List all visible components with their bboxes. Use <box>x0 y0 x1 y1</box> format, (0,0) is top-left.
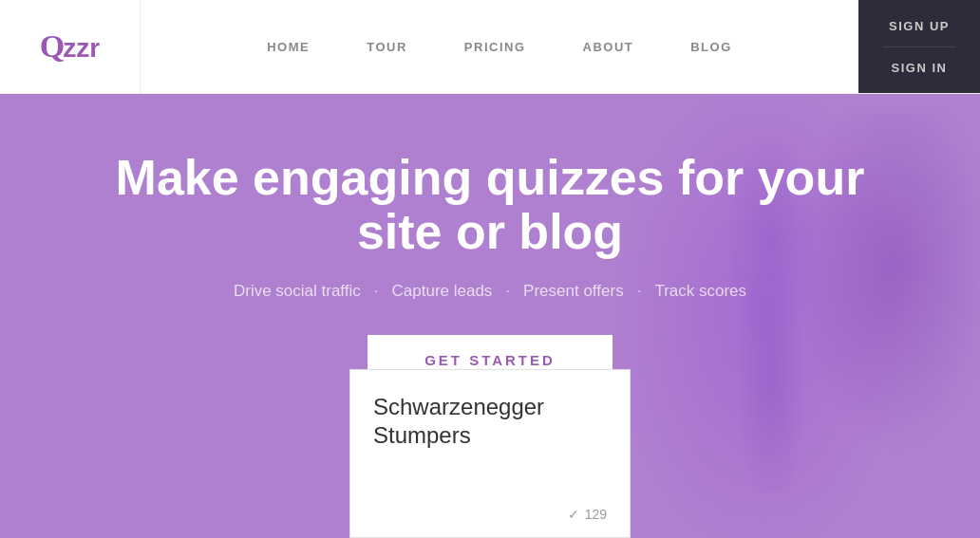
check-icon: ✓ <box>568 507 579 522</box>
logo[interactable]: Qzzr <box>40 28 100 65</box>
logo-area: Qzzr <box>0 0 141 93</box>
nav-tour[interactable]: TOUR <box>367 40 407 54</box>
hero-subline: Drive social traffic · Capture leads · P… <box>234 282 746 301</box>
quiz-card: Schwarzenegger Stumpers ✓ 129 <box>349 369 631 538</box>
dot-1: · <box>374 282 379 301</box>
signup-button[interactable]: SIGN UP <box>858 6 980 46</box>
dot-2: · <box>505 282 510 301</box>
nav-home[interactable]: HOME <box>267 40 310 54</box>
dot-3: · <box>637 282 642 301</box>
cta-main-label: GET STARTED <box>424 352 556 368</box>
nav-pricing[interactable]: PRICING <box>464 40 526 54</box>
header: Qzzr HOME TOUR PRICING ABOUT BLOG SIGN U… <box>0 0 980 94</box>
quiz-card-footer: ✓ 129 <box>373 507 607 522</box>
quiz-card-score: 129 <box>585 507 607 522</box>
auth-area: SIGN UP SIGN IN <box>858 0 980 93</box>
subline-item-2: Capture leads <box>392 282 493 301</box>
hero-headline: Make engaging quizzes for your site or b… <box>82 151 898 259</box>
signin-button[interactable]: SIGN IN <box>858 47 980 88</box>
hero-section: Make engaging quizzes for your site or b… <box>0 94 980 538</box>
subline-item-1: Drive social traffic <box>234 282 361 301</box>
nav-about[interactable]: ABOUT <box>583 40 634 54</box>
subline-item-3: Present offers <box>523 282 624 301</box>
main-nav: HOME TOUR PRICING ABOUT BLOG <box>141 40 858 54</box>
quiz-card-title: Schwarzenegger Stumpers <box>373 393 607 450</box>
subline-item-4: Track scores <box>654 282 746 301</box>
nav-blog[interactable]: BLOG <box>690 40 732 54</box>
